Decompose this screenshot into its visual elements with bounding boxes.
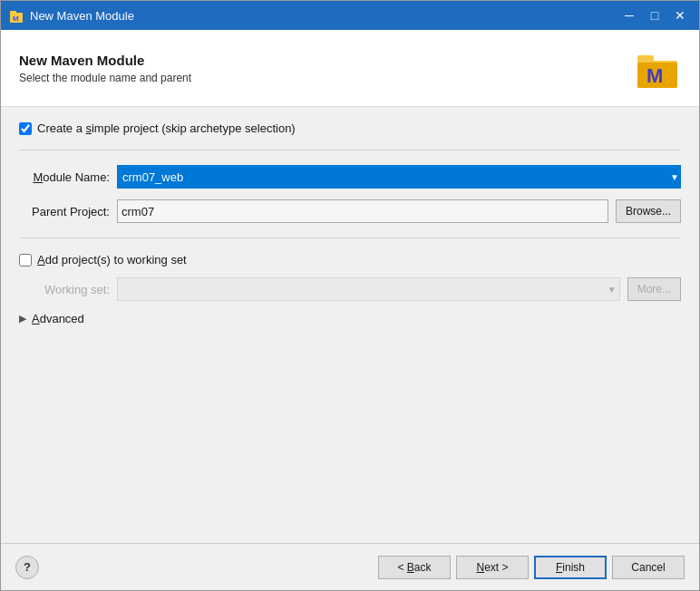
module-name-label: Module Name: [19,170,110,184]
module-name-input-wrapper: ▼ [117,165,681,189]
maximize-button[interactable]: □ [643,5,666,25]
spacer [19,336,681,528]
parent-project-input[interactable] [117,199,608,223]
parent-project-row: Parent Project: Browse... [19,199,681,223]
footer-left: ? [15,556,39,579]
add-working-set-label[interactable]: Add project(s) to working set [37,253,187,266]
close-button[interactable]: ✕ [668,5,692,25]
next-button[interactable]: Next > [456,556,529,579]
footer: ? < Back Next > Finish Cancel [1,543,699,590]
module-name-input[interactable] [117,165,681,189]
dialog-subtitle: Select the module name and parent [19,72,191,84]
browse-button[interactable]: Browse... [616,199,681,223]
header-text: New Maven Module Select the module name … [19,53,191,84]
add-working-set-checkbox[interactable] [19,254,32,266]
parent-project-input-wrapper [117,199,608,223]
working-set-wrapper: ▼ [117,277,620,301]
cancel-button[interactable]: Cancel [612,556,685,579]
svg-text:M: M [13,15,19,23]
body-section: Create a simple project (skip archetype … [1,107,699,543]
window-icon: M [8,7,24,24]
help-button[interactable]: ? [15,556,39,579]
advanced-expand-icon: ▶ [19,313,26,325]
title-bar: M New Maven Module ─ □ ✕ [1,1,699,30]
maven-logo: M [634,44,681,92]
svg-text:M: M [647,64,663,87]
simple-project-checkbox[interactable] [19,122,32,135]
footer-right: < Back Next > Finish Cancel [378,556,685,579]
window: M New Maven Module ─ □ ✕ New Maven Modul… [0,0,700,591]
window-title: New Maven Module [30,9,612,23]
divider-2 [19,237,681,238]
back-button[interactable]: < Back [378,556,451,579]
divider-1 [19,150,681,150]
working-set-label: Working set: [19,283,110,296]
dialog-title: New Maven Module [19,53,191,68]
more-button[interactable]: More... [627,277,681,301]
working-set-checkbox-row: Add project(s) to working set [19,253,681,266]
title-bar-controls: ─ □ ✕ [617,5,692,25]
simple-project-row: Create a simple project (skip archetype … [19,121,681,135]
working-set-row: Working set: ▼ More... [19,277,681,301]
header-section: New Maven Module Select the module name … [1,30,699,107]
simple-project-label[interactable]: Create a simple project (skip archetype … [37,121,296,135]
finish-button[interactable]: Finish [534,556,607,579]
module-name-row: Module Name: ▼ [19,165,681,189]
minimize-button[interactable]: ─ [617,5,641,25]
working-set-select[interactable] [117,277,620,301]
advanced-label: Advanced [32,312,84,325]
parent-project-label: Parent Project: [19,205,110,218]
advanced-row[interactable]: ▶ Advanced [19,312,681,325]
